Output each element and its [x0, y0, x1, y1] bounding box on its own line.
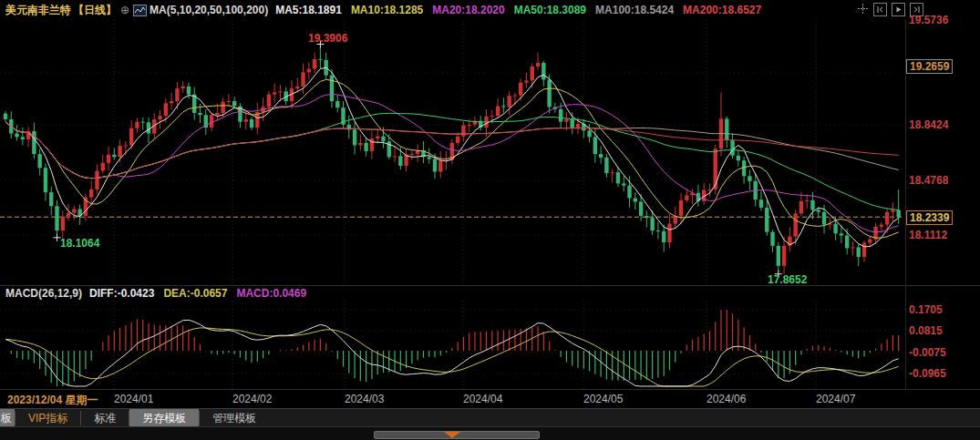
date-axis: 2023/12/04 星期一 2024/01 2024/02 2024/03 2… — [0, 390, 980, 407]
crosshair-icon[interactable] — [857, 3, 869, 15]
goto-start-icon[interactable] — [873, 3, 887, 16]
play-icon[interactable] — [892, 3, 905, 16]
ma100-value: MA100:18.5424 — [595, 4, 674, 16]
price-axis-label: 19.5736 — [909, 14, 948, 26]
price-axis-label: 18.1112 — [909, 229, 947, 241]
price-axis-label: 18.8424 — [909, 118, 948, 131]
dea-line — [5, 328, 899, 386]
macd-axis-label: 0.1705 — [909, 303, 943, 316]
month-label: 2024/05 — [583, 393, 623, 405]
first-date-label: 2023/12/04 星期一 — [7, 393, 98, 408]
tab-manage-template[interactable]: 管理模板 — [200, 409, 269, 427]
high-annotation: 19.3906 — [308, 32, 347, 45]
diff-line — [5, 320, 899, 386]
month-label: 2024/01 — [114, 393, 153, 405]
macd-axis-label: -0.0965 — [909, 367, 946, 380]
ma10-value: MA10:18.1285 — [351, 4, 423, 16]
template-tab-bar: 板 VIP指标 标准 另存模板 管理模板 — [0, 408, 980, 427]
macd-diff-value: DIFF:-0.0423 — [89, 287, 154, 300]
macd-dea-value: DEA:-0.0657 — [163, 287, 227, 300]
macd-title[interactable]: MACD(26,12,9) — [5, 287, 82, 300]
candlestick-chart-area[interactable]: 19.5736 19.2659 18.8424 18.4768 18.2339 … — [0, 20, 980, 285]
symbol-title: 美元南非兰特 — [5, 3, 71, 18]
circle-plus-icon[interactable]: ⊕ — [120, 4, 129, 16]
ma50-value: MA50:18.3089 — [514, 4, 586, 16]
candlestick-plot[interactable] — [0, 20, 980, 285]
period-label[interactable]: 【日线】 — [73, 3, 117, 18]
macd-axis-label: 0.0815 — [909, 324, 943, 337]
ma20-value: MA20:18.2020 — [432, 4, 504, 16]
tab-standard[interactable]: 标准 — [81, 409, 129, 427]
current-price-label: 18.2339 — [906, 210, 953, 225]
month-label: 2024/02 — [232, 393, 272, 405]
tab-partial[interactable]: 板 — [0, 409, 15, 427]
charting-app-window: 美元南非兰特 【日线】 ⊕ MA(5,10,20,50,100,200) MA5… — [0, 0, 980, 440]
price-axis-label-boxed: 19.2659 — [906, 59, 953, 74]
macd-macd-value: MACD:0.0469 — [236, 287, 306, 300]
ma-settings-label[interactable]: MA(5,10,20,50,100,200) — [150, 4, 268, 16]
macd-plot[interactable] — [0, 301, 980, 389]
low-annotation: 18.1064 — [60, 237, 99, 250]
month-label: 2024/03 — [345, 393, 384, 405]
macd-header: MACD(26,12,9) DIFF:-0.0423 DEA:-0.0657 M… — [0, 286, 980, 301]
chart-style-icon[interactable] — [133, 5, 147, 16]
month-label: 2024/06 — [707, 393, 746, 405]
collapse-handle-icon[interactable] — [444, 432, 460, 438]
tab-save-template[interactable]: 另存模板 — [129, 409, 199, 427]
chart-header: 美元南非兰特 【日线】 ⊕ MA(5,10,20,50,100,200) MA5… — [0, 0, 980, 20]
ma200-value: MA200:18.6527 — [683, 4, 761, 16]
low-annotation: 17.8652 — [768, 273, 807, 286]
ma5-value: MA5:18.1891 — [275, 4, 342, 16]
month-label: 2024/07 — [816, 393, 855, 405]
bottom-splitter-bar — [0, 426, 980, 440]
month-label: 2024/04 — [463, 393, 502, 405]
macd-chart-area[interactable]: 0.1705 0.0815 -0.0075 -0.0965 — [0, 301, 980, 389]
price-axis-label: 18.4768 — [909, 174, 948, 187]
macd-axis-label: -0.0075 — [909, 346, 946, 359]
candles-layer — [4, 47, 901, 274]
tab-vip-indicator[interactable]: VIP指标 — [15, 409, 80, 427]
